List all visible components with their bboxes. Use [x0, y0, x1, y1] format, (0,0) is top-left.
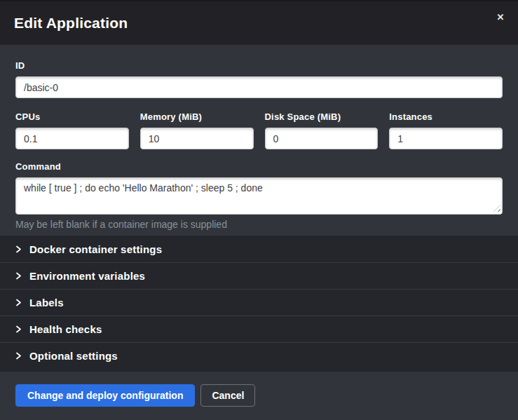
section-labels[interactable]: Labels — [0, 289, 518, 316]
chevron-right-icon — [15, 245, 22, 253]
cpus-label: CPUs — [15, 111, 129, 122]
memory-label: Memory (MiB) — [140, 111, 254, 122]
page-title: Edit Application — [14, 15, 128, 32]
close-icon: ✕ — [497, 12, 505, 22]
cancel-button[interactable]: Cancel — [200, 384, 255, 407]
resources-row: CPUs Memory (MiB) Disk Space (MiB) Insta… — [15, 111, 503, 149]
section-label: Docker container settings — [29, 243, 162, 255]
section-environment-variables[interactable]: Environment variables — [0, 262, 518, 289]
section-optional-settings[interactable]: Optional settings — [0, 342, 518, 369]
instances-field-group: Instances — [389, 111, 503, 149]
command-textarea[interactable]: while [ true ] ; do echo 'Hello Marathon… — [15, 177, 503, 215]
section-label: Optional settings — [29, 350, 118, 362]
instances-label: Instances — [389, 111, 503, 122]
section-label: Health checks — [29, 323, 102, 335]
cpus-field-group: CPUs — [15, 111, 129, 149]
command-field-group: Command while [ true ] ; do echo 'Hello … — [15, 161, 503, 230]
change-and-deploy-button[interactable]: Change and deploy configuration — [15, 384, 195, 407]
section-health-checks[interactable]: Health checks — [0, 316, 518, 342]
id-field-group: ID — [15, 60, 503, 98]
command-label: Command — [15, 161, 503, 172]
collapsible-sections: Docker container settings Environment va… — [0, 236, 518, 372]
section-label: Environment variables — [29, 270, 145, 282]
memory-input[interactable] — [140, 128, 254, 149]
chevron-right-icon — [15, 299, 22, 306]
memory-field-group: Memory (MiB) — [140, 111, 254, 149]
instances-input[interactable] — [389, 128, 503, 149]
edit-application-modal: Edit Application ✕ ID CPUs Memory (MiB) … — [0, 0, 518, 420]
id-input[interactable] — [15, 76, 503, 98]
modal-header: Edit Application ✕ — [0, 0, 518, 45]
modal-footer: Change and deploy configuration Cancel — [0, 372, 518, 420]
command-help-text: May be left blank if a container image i… — [15, 219, 503, 230]
chevron-right-icon — [15, 352, 22, 360]
modal-body: ID CPUs Memory (MiB) Disk Space (MiB) In… — [0, 45, 518, 236]
section-docker-container-settings[interactable]: Docker container settings — [0, 236, 518, 262]
section-label: Labels — [29, 297, 64, 309]
id-label: ID — [15, 60, 503, 71]
disk-label: Disk Space (MiB) — [265, 111, 379, 122]
disk-field-group: Disk Space (MiB) — [265, 111, 379, 149]
disk-input[interactable] — [265, 128, 379, 149]
cpus-input[interactable] — [15, 128, 129, 149]
close-button[interactable]: ✕ — [494, 11, 507, 24]
chevron-right-icon — [15, 272, 22, 280]
chevron-right-icon — [15, 325, 22, 333]
command-textarea-wrap: while [ true ] ; do echo 'Hello Marathon… — [15, 177, 503, 215]
